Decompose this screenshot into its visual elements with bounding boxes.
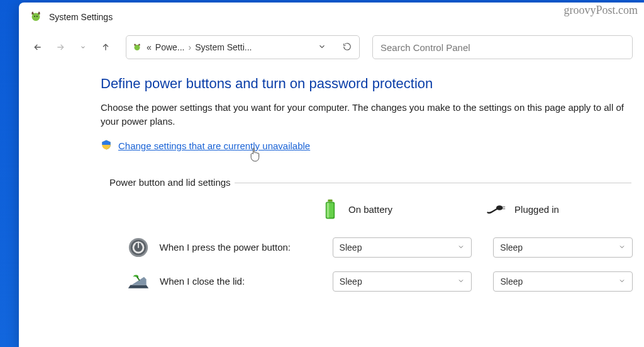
col-header-plugged-label: Plugged in — [514, 204, 559, 215]
forward-button[interactable] — [52, 38, 69, 56]
breadcrumb-item-system-settings[interactable]: System Setti... — [195, 42, 252, 52]
svg-point-8 — [496, 205, 503, 210]
laptop-lid-icon — [127, 270, 150, 293]
power-button-icon — [127, 236, 150, 259]
page-heading: Define power buttons and turn on passwor… — [101, 76, 644, 92]
toolbar: « Powe... › System Setti... — [19, 31, 644, 69]
close-lid-plugged-value: Sleep — [500, 276, 523, 287]
up-button[interactable] — [97, 38, 114, 56]
titlebar: System Settings — [19, 3, 644, 31]
row-close-lid: When I close the lid: Sleep Sleep — [127, 270, 644, 293]
breadcrumb-prefix: « — [147, 42, 152, 52]
refresh-button[interactable] — [343, 42, 352, 53]
content: Define power buttons and turn on passwor… — [19, 69, 644, 293]
power-button-plugged-select[interactable]: Sleep — [493, 237, 633, 258]
pointer-cursor-icon — [248, 147, 261, 165]
search-input[interactable] — [380, 42, 625, 53]
watermark: groovyPost.com — [564, 4, 638, 17]
change-unavailable-settings-link[interactable]: Change settings that are currently unava… — [118, 140, 310, 151]
row-close-lid-label: When I close the lid: — [160, 276, 323, 287]
back-button[interactable] — [29, 38, 47, 56]
column-headers: On battery Plugged in — [321, 197, 644, 222]
chevron-down-icon — [457, 242, 465, 253]
app-icon — [29, 9, 43, 25]
chevron-down-icon — [457, 276, 465, 287]
col-header-plugged: Plugged in — [487, 197, 559, 222]
row-power-button-label: When I press the power button: — [160, 242, 323, 253]
close-lid-plugged-select[interactable]: Sleep — [493, 271, 633, 292]
close-lid-battery-value: Sleep — [340, 276, 362, 287]
svg-rect-9 — [502, 206, 506, 207]
window: System Settings « Powe... › System Setti… — [19, 3, 644, 347]
window-title: System Settings — [49, 12, 113, 22]
breadcrumb-item-power[interactable]: Powe... — [155, 42, 185, 52]
address-icon — [131, 41, 143, 54]
uac-shield-icon — [101, 139, 112, 154]
power-button-battery-value: Sleep — [340, 242, 362, 253]
plug-icon — [487, 197, 506, 222]
chevron-down-icon — [618, 276, 626, 287]
chevron-right-icon: › — [189, 42, 192, 52]
page-description: Choose the power settings that you want … — [101, 101, 644, 128]
svg-point-3 — [135, 45, 140, 50]
row-power-button: When I press the power button: Sleep Sle… — [127, 236, 644, 259]
search-box[interactable] — [372, 35, 633, 59]
admin-link-row: Change settings that are currently unava… — [101, 139, 644, 154]
section-label: Power button and lid settings — [109, 177, 235, 188]
svg-point-1 — [34, 16, 35, 17]
svg-rect-10 — [502, 208, 506, 209]
power-button-plugged-value: Sleep — [500, 242, 523, 253]
address-dropdown[interactable] — [318, 42, 326, 53]
col-header-battery-label: On battery — [348, 204, 392, 215]
history-dropdown[interactable] — [74, 38, 92, 56]
address-bar[interactable]: « Powe... › System Setti... — [126, 35, 360, 59]
battery-icon — [321, 197, 340, 222]
chevron-down-icon — [618, 242, 626, 253]
svg-rect-4 — [328, 199, 332, 202]
power-button-battery-select[interactable]: Sleep — [333, 237, 472, 258]
svg-rect-7 — [327, 203, 330, 217]
svg-point-2 — [36, 16, 38, 17]
col-header-battery: On battery — [321, 197, 392, 222]
close-lid-battery-select[interactable]: Sleep — [333, 271, 472, 292]
